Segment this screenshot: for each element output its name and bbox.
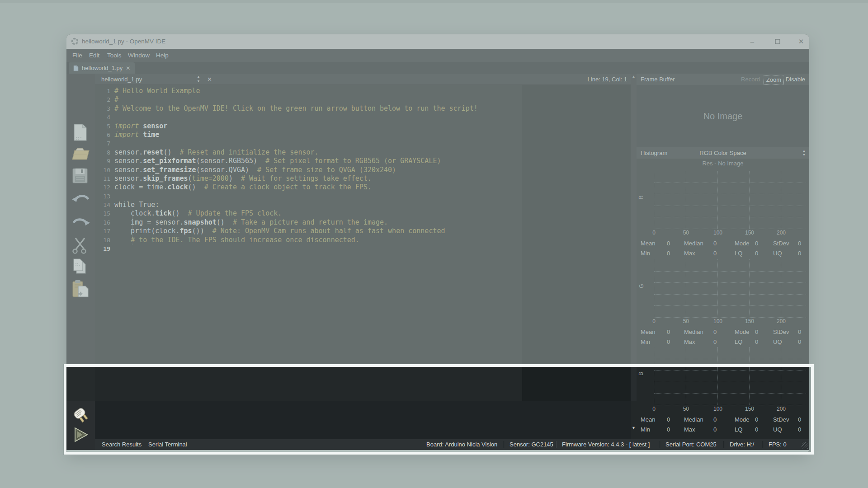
highlight-border [64,364,814,455]
dim-overlay-top [0,0,868,364]
dim-overlay-bottom [0,455,868,488]
dim-overlay-left [0,364,64,455]
screenshot: helloworld_1.py - OpenMV IDE – ✕ FileEdi… [0,0,868,488]
dim-overlay-right [814,364,868,455]
